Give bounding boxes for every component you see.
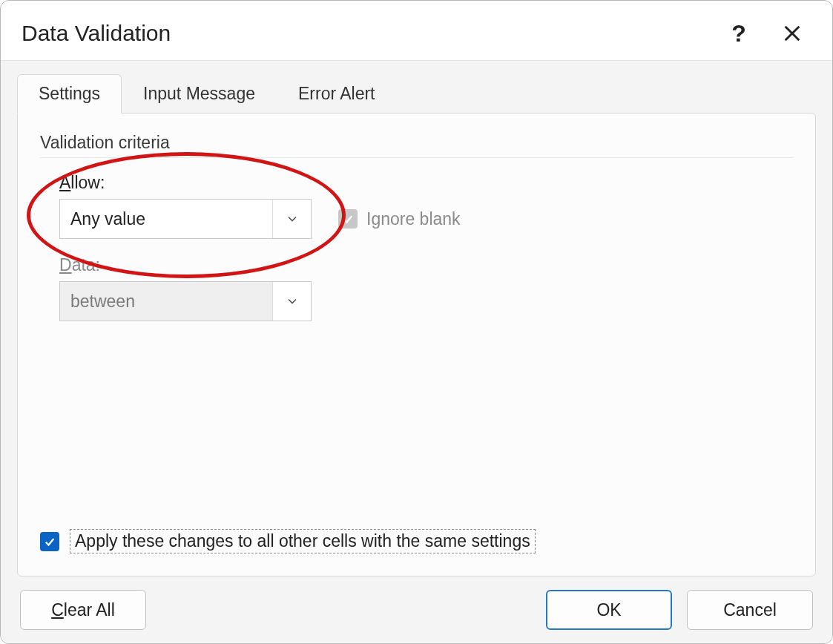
- data-select: between: [59, 281, 312, 321]
- title-bar: Data Validation ?: [1, 1, 832, 60]
- validation-criteria-label: Validation criteria: [40, 133, 793, 158]
- tab-error-alert[interactable]: Error Alert: [277, 74, 397, 114]
- tab-input-message[interactable]: Input Message: [122, 74, 277, 114]
- cancel-label: Cancel: [723, 600, 777, 620]
- close-button[interactable]: [773, 14, 811, 53]
- clear-all-label: Clear All: [51, 600, 115, 620]
- checkbox-icon: [338, 209, 358, 229]
- allow-label: Allow:: [59, 173, 793, 193]
- close-icon: [782, 23, 803, 44]
- apply-same-settings-checkbox[interactable]: Apply these changes to all other cells w…: [40, 529, 793, 553]
- allow-select-value: Any value: [60, 209, 272, 229]
- cancel-button[interactable]: Cancel: [687, 590, 813, 630]
- apply-same-label: Apply these changes to all other cells w…: [70, 529, 536, 553]
- tab-bar: Settings Input Message Error Alert: [17, 74, 816, 114]
- ignore-blank-label: Ignore blank: [366, 209, 461, 229]
- ok-button[interactable]: OK: [546, 590, 672, 630]
- ok-label: OK: [596, 600, 621, 620]
- data-select-value: between: [60, 292, 272, 312]
- chevron-down-icon: [272, 282, 311, 321]
- clear-all-button[interactable]: Clear All: [20, 590, 146, 630]
- tab-settings[interactable]: Settings: [17, 74, 122, 114]
- dialog-body: Settings Input Message Error Alert Valid…: [1, 60, 832, 643]
- data-validation-dialog: Data Validation ? Settings Input Message…: [0, 0, 833, 644]
- checkbox-icon: [40, 532, 59, 551]
- allow-select[interactable]: Any value: [59, 199, 312, 239]
- dialog-title: Data Validation: [22, 21, 705, 46]
- ignore-blank-checkbox: Ignore blank: [338, 209, 461, 229]
- dialog-footer: Clear All OK Cancel: [17, 576, 816, 633]
- chevron-down-icon: [272, 200, 311, 238]
- settings-panel: Validation criteria Allow: Any value: [17, 113, 816, 576]
- help-button[interactable]: ?: [720, 14, 758, 53]
- data-label: Data:: [59, 255, 793, 275]
